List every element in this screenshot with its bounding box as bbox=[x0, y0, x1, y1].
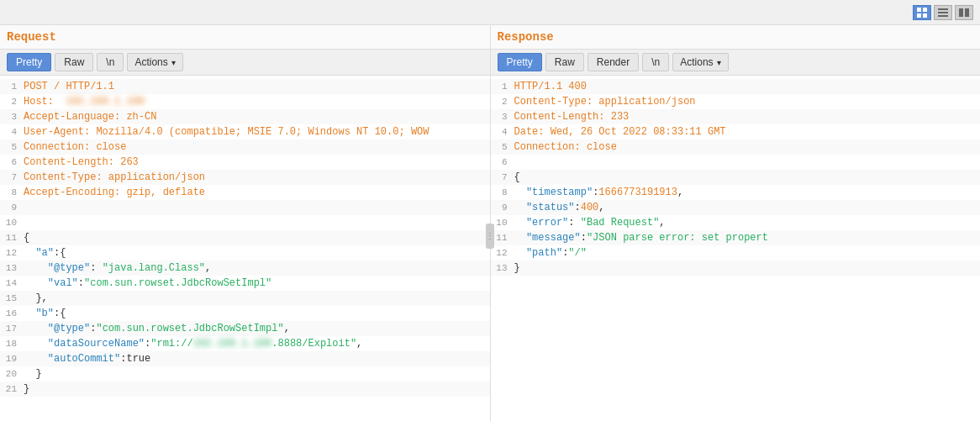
response-header: Response bbox=[491, 25, 981, 50]
request-line-16: 16 "b":{ bbox=[0, 306, 490, 321]
response-tab-render[interactable]: Render bbox=[587, 53, 639, 71]
response-panel: Response Pretty Raw Render \n Actions 1 … bbox=[491, 25, 981, 421]
request-line-9: 9 bbox=[0, 200, 490, 215]
request-line-10: 10 bbox=[0, 215, 490, 230]
response-line-5: 5 Connection: close bbox=[491, 139, 981, 155]
response-line-9: 9 "status":400, bbox=[491, 200, 981, 215]
request-line-18: 18 "dataSourceName":"rmi://192.168.1.100… bbox=[0, 336, 490, 351]
request-line-17: 17 "@type":"com.sun.rowset.JdbcRowSetImp… bbox=[0, 321, 490, 336]
response-line-2: 2 Content-Type: application/json bbox=[491, 94, 981, 109]
panel-drag-handle[interactable]: ⋮ bbox=[486, 224, 494, 249]
view-toggle-grid[interactable] bbox=[913, 5, 931, 20]
request-line-21: 21 } bbox=[0, 382, 490, 397]
request-line-8: 8 Accept-Encoding: gzip, deflate bbox=[0, 185, 490, 200]
request-tab-raw[interactable]: Raw bbox=[55, 53, 93, 71]
svg-rect-5 bbox=[938, 12, 948, 13]
response-title: Response bbox=[498, 30, 554, 44]
response-line-7: 7 { bbox=[491, 170, 981, 185]
response-tab-raw[interactable]: Raw bbox=[545, 53, 584, 71]
request-line-20: 20 } bbox=[0, 366, 490, 382]
request-line-4: 4 User-Agent: Mozilla/4.0 (compatible; M… bbox=[0, 124, 490, 139]
response-line-8: 8 "timestamp":1666773191913, bbox=[491, 185, 981, 200]
request-line-5: 5 Connection: close bbox=[0, 139, 490, 155]
svg-rect-7 bbox=[959, 8, 963, 17]
svg-rect-2 bbox=[917, 13, 921, 18]
request-line-1: 1 POST / HTTP/1.1 bbox=[0, 79, 490, 94]
request-line-2: 2 Host: 192.168.1.100 bbox=[0, 94, 490, 109]
request-tab-pretty[interactable]: Pretty bbox=[7, 53, 51, 71]
view-toggle-columns[interactable] bbox=[955, 5, 973, 20]
response-line-4: 4 Date: Wed, 26 Oct 2022 08:33:11 GMT bbox=[491, 124, 981, 139]
request-line-3: 3 Accept-Language: zh-CN bbox=[0, 109, 490, 124]
request-line-6: 6 Content-Length: 263 bbox=[0, 155, 490, 170]
request-line-7: 7 Content-Type: application/json bbox=[0, 170, 490, 185]
response-line-1: 1 HTTP/1.1 400 bbox=[491, 79, 981, 94]
response-code-area: 1 HTTP/1.1 400 2 Content-Type: applicati… bbox=[491, 76, 981, 421]
view-toggle-list[interactable] bbox=[934, 5, 952, 20]
svg-rect-1 bbox=[923, 8, 927, 12]
request-actions-button[interactable]: Actions bbox=[127, 53, 182, 71]
svg-rect-6 bbox=[938, 15, 948, 17]
request-panel: Request Pretty Raw \n Actions 1 POST / H… bbox=[0, 25, 491, 421]
response-line-13: 13 } bbox=[491, 260, 981, 276]
request-line-13: 13 "@type": "java.lang.Class", bbox=[0, 260, 490, 276]
svg-rect-8 bbox=[965, 8, 969, 17]
response-toolbar: Pretty Raw Render \n Actions bbox=[491, 50, 981, 76]
response-actions-button[interactable]: Actions bbox=[672, 53, 728, 71]
request-line-19: 19 "autoCommit":true bbox=[0, 351, 490, 366]
response-line-12: 12 "path":"/" bbox=[491, 245, 981, 260]
top-bar bbox=[0, 0, 980, 25]
request-line-11: 11 { bbox=[0, 230, 490, 245]
request-line-15: 15 }, bbox=[0, 291, 490, 306]
response-line-6: 6 bbox=[491, 155, 981, 170]
svg-rect-4 bbox=[938, 8, 948, 10]
request-line-14: 14 "val":"com.sun.rowset.JdbcRowSetImpl" bbox=[0, 276, 490, 291]
request-title: Request bbox=[7, 30, 56, 44]
response-line-10: 10 "error": "Bad Request", bbox=[491, 215, 981, 230]
request-toolbar: Pretty Raw \n Actions bbox=[0, 50, 490, 76]
request-code-area: 1 POST / HTTP/1.1 2 Host: 192.168.1.100 … bbox=[0, 76, 490, 421]
svg-rect-0 bbox=[917, 8, 921, 12]
request-tab-newline[interactable]: \n bbox=[97, 53, 124, 71]
request-header: Request bbox=[0, 25, 490, 50]
response-line-3: 3 Content-Length: 233 bbox=[491, 109, 981, 124]
response-line-11: 11 "message":"JSON parse error: set prop… bbox=[491, 230, 981, 245]
request-line-12: 12 "a":{ bbox=[0, 245, 490, 260]
svg-rect-3 bbox=[923, 13, 927, 18]
response-tab-newline[interactable]: \n bbox=[642, 53, 669, 71]
response-tab-pretty[interactable]: Pretty bbox=[498, 53, 542, 71]
